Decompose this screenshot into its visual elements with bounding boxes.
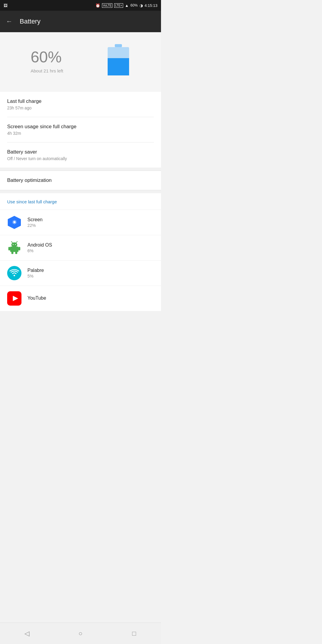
svg-point-17	[14, 275, 15, 276]
battery-icon: ◑	[140, 3, 143, 8]
lte-icon: LTE+	[114, 3, 123, 8]
battery-percent-display: 60%	[31, 48, 62, 66]
status-time: 4:15:13	[145, 3, 157, 8]
info-section: Last full charge 23h 57m ago Screen usag…	[0, 92, 161, 168]
back-button[interactable]: ←	[6, 18, 13, 25]
svg-point-9	[15, 244, 16, 245]
screen-app-name: Screen	[27, 217, 154, 222]
use-since-section: Use since last full charge ☀ Screen 22%	[0, 193, 161, 311]
youtube-app-info: YouTube	[27, 295, 154, 301]
screen-usage-value: 4h 32m	[7, 131, 154, 136]
svg-rect-13	[18, 247, 20, 250]
volte-badge: VoLTE	[102, 3, 112, 8]
use-since-header: Use since last full charge	[0, 199, 161, 210]
status-bar-left: 🖼	[4, 3, 94, 8]
screen-app-icon: ☀	[7, 215, 21, 230]
palabre-app-icon-container	[7, 266, 21, 280]
svg-rect-3	[108, 74, 129, 75]
android-app-icon	[7, 241, 21, 255]
bottom-spacer	[0, 311, 161, 335]
screen-usage-item: Screen usage since full charge 4h 32m	[7, 117, 154, 143]
svg-point-8	[13, 244, 14, 245]
status-bar: 🖼 ⏰ VoLTE LTE+ ▲ 60% ◑ 4:15:13	[0, 0, 161, 11]
screen-usage-label: Screen usage since full charge	[7, 124, 154, 130]
battery-optimization-label: Battery optimization	[7, 177, 52, 183]
battery-percent-status: 60%	[131, 3, 138, 7]
page-title: Battery	[20, 18, 41, 25]
battery-optimization-section[interactable]: Battery optimization	[0, 171, 161, 190]
screen-app-icon-container: ☀	[7, 215, 21, 230]
top-bar: ← Battery	[0, 11, 161, 32]
app-item-android[interactable]: Android OS 6%	[0, 235, 161, 260]
svg-rect-14	[11, 252, 13, 254]
battery-widget: 60% About 21 hrs left	[0, 32, 161, 92]
svg-rect-0	[115, 44, 122, 47]
android-app-info: Android OS 6%	[27, 242, 154, 253]
svg-point-7	[11, 242, 17, 247]
palabre-app-usage: 5%	[27, 274, 154, 278]
svg-rect-2	[108, 58, 129, 75]
screen-app-usage: 22%	[27, 223, 154, 228]
last-full-charge-label: Last full charge	[7, 98, 154, 104]
android-app-name: Android OS	[27, 242, 154, 248]
svg-line-11	[16, 242, 17, 243]
battery-graphic	[106, 44, 130, 77]
app-item-palabre[interactable]: Palabre 5%	[0, 260, 161, 286]
battery-time-left: About 21 hrs left	[31, 68, 63, 73]
battery-saver-label: Battery saver	[7, 149, 154, 155]
photo-icon: 🖼	[4, 3, 7, 8]
alarm-icon: ⏰	[95, 3, 100, 8]
last-full-charge-item: Last full charge 23h 57m ago	[7, 92, 154, 117]
last-full-charge-value: 23h 57m ago	[7, 106, 154, 110]
battery-text-section: 60% About 21 hrs left	[31, 48, 63, 73]
battery-saver-value: Off / Never turn on automatically	[7, 156, 154, 161]
palabre-app-info: Palabre 5%	[27, 268, 154, 278]
svg-rect-15	[15, 252, 17, 254]
youtube-app-icon-container	[7, 291, 21, 306]
svg-rect-12	[8, 247, 10, 250]
palabre-app-icon	[7, 266, 21, 280]
android-app-icon-container	[7, 241, 21, 255]
palabre-app-name: Palabre	[27, 268, 154, 273]
battery-saver-item[interactable]: Battery saver Off / Never turn on automa…	[7, 143, 154, 168]
android-app-usage: 6%	[27, 248, 154, 253]
svg-line-10	[11, 242, 13, 243]
youtube-app-name: YouTube	[27, 295, 154, 301]
svg-text:☀: ☀	[12, 219, 17, 225]
app-item-youtube[interactable]: YouTube	[0, 286, 161, 311]
youtube-app-icon	[7, 291, 21, 306]
signal-icon: ▲	[125, 3, 129, 8]
screen-app-info: Screen 22%	[27, 217, 154, 228]
app-item-screen[interactable]: ☀ Screen 22%	[0, 210, 161, 235]
svg-rect-6	[10, 247, 18, 252]
